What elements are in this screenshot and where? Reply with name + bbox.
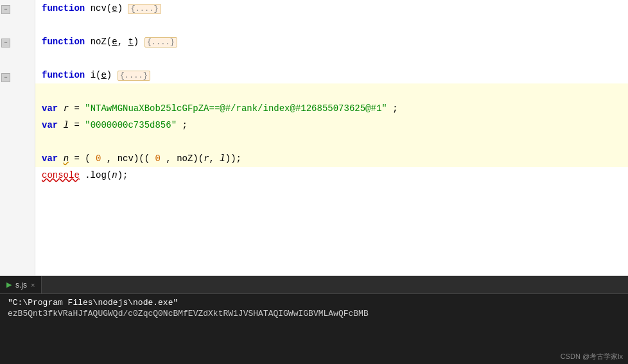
code-line-3: function noZ(e, t) {....} bbox=[35, 33, 628, 50]
var-keyword-l: var bbox=[42, 120, 58, 130]
code-line-11: console .log(n); bbox=[35, 167, 628, 184]
comma-noz: , bbox=[166, 153, 177, 164]
collapse-btn-2[interactable]: − bbox=[1, 39, 10, 48]
code-line-10: var n = ( 0 , ncv)(( 0 , noZ)(r, l)); bbox=[35, 150, 628, 167]
var-keyword-n: var bbox=[42, 153, 58, 164]
collapsed-braces-2[interactable]: {....} bbox=[144, 37, 177, 48]
terminal-tab-bar: ▶ s.js × bbox=[0, 276, 628, 294]
keyword-function-1: function bbox=[42, 3, 85, 13]
fn-i: i(e) bbox=[91, 70, 118, 80]
console-keyword: console bbox=[42, 170, 80, 180]
watermark: CSDN @考古学家lx bbox=[561, 352, 623, 361]
num-0-1: 0 bbox=[96, 153, 101, 164]
var-n-decl: n = ( bbox=[64, 153, 91, 164]
var-keyword-r: var bbox=[42, 103, 58, 114]
code-lines: function ncv(e) {....} function noZ(e, t… bbox=[35, 0, 628, 200]
call-ncv: ncv)(( bbox=[118, 153, 150, 164]
collapse-btn-3[interactable]: − bbox=[1, 73, 10, 82]
terminal-tab-sjs[interactable]: ▶ s.js × bbox=[0, 276, 42, 293]
var-r-value: "NTAwMGNuaXBob25lcGFpZA==@#/rank/index@#… bbox=[85, 103, 387, 114]
var-l-decl: l = bbox=[64, 120, 85, 130]
terminal-tab-close[interactable]: × bbox=[31, 281, 35, 289]
collapse-btn-1[interactable]: − bbox=[1, 5, 10, 14]
semicolon-l: ; bbox=[182, 120, 187, 130]
keyword-function-2: function bbox=[42, 37, 85, 47]
var-r-decl: r = bbox=[64, 103, 85, 114]
code-line-12 bbox=[35, 184, 628, 200]
semicolon-r: ; bbox=[392, 103, 397, 114]
code-line-1: function ncv(e) {....} bbox=[35, 0, 628, 17]
code-line-9 bbox=[35, 134, 628, 150]
keyword-function-3: function bbox=[42, 70, 85, 80]
terminal-panel: ▶ s.js × "C:\Program Files\nodejs\node.e… bbox=[0, 276, 628, 364]
code-editor: − − − function ncv(e) {....} function no… bbox=[0, 0, 628, 276]
terminal-output: "C:\Program Files\nodejs\node.exe" ezB5Q… bbox=[0, 294, 628, 322]
code-line-4 bbox=[35, 50, 628, 67]
code-line-5: function i(e) {....} bbox=[35, 67, 628, 83]
terminal-tab-icon: ▶ bbox=[6, 281, 12, 289]
var-l-value: "0000000c735d856" bbox=[85, 120, 177, 130]
terminal-line-2: ezB5Qnt3fkVRaHJfAQUGWQd/c0ZqcQ0NcBMfEVZd… bbox=[8, 309, 620, 318]
code-line-6 bbox=[35, 83, 628, 100]
code-line-8: var l = "0000000c735d856" ; bbox=[35, 117, 628, 134]
editor-gutter: − − − bbox=[0, 0, 35, 275]
collapsed-braces-1[interactable]: {....} bbox=[128, 4, 161, 14]
comma-ncv: , bbox=[107, 153, 112, 164]
num-0-2: 0 bbox=[155, 153, 161, 164]
fn-ncv: ncv(e) bbox=[91, 3, 128, 13]
terminal-tab-label: s.js bbox=[15, 281, 27, 290]
collapsed-braces-3[interactable]: {....} bbox=[118, 71, 150, 81]
fn-noz: noZ(e, t) bbox=[91, 37, 144, 47]
code-line-2 bbox=[35, 17, 628, 33]
console-log-call: .log(n); bbox=[85, 170, 128, 180]
call-noz: noZ)(r, l)); bbox=[177, 153, 241, 164]
code-line-7: var r = "NTAwMGNuaXBob25lcGFpZA==@#/rank… bbox=[35, 100, 628, 117]
terminal-line-1: "C:\Program Files\nodejs\node.exe" bbox=[8, 298, 620, 308]
